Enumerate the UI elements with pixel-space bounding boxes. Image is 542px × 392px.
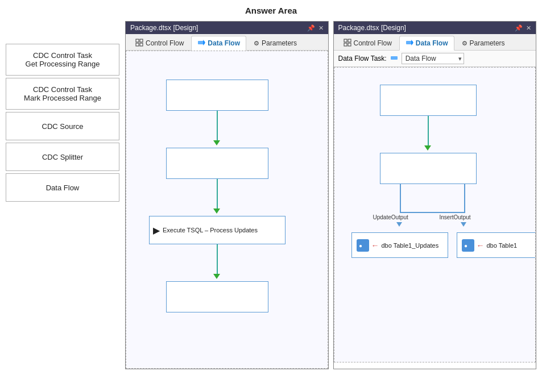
execute-tsql-box[interactable]: ▶ Execute TSQL – Process Updates (149, 216, 286, 244)
tab-parameters-right[interactable]: ⚙ Parameters (456, 36, 511, 49)
flow-box-2-right[interactable] (380, 153, 477, 184)
left-panel: CDC Control Task Get Processing Range CD… (6, 44, 119, 202)
oledb-icon-updates: ● (357, 239, 369, 252)
svg-rect-2 (136, 43, 139, 46)
svg-rect-3 (140, 43, 143, 46)
packages-area: Package.dtsx [Design] 📌 ✕ Control Flow (125, 21, 536, 369)
svg-text:●: ● (359, 243, 362, 249)
arrow-head-1-left (213, 140, 220, 145)
arrow-2-left (217, 179, 218, 210)
dataflow-task-select[interactable]: Data Flow (402, 53, 464, 64)
oledb-arrow-updates: ← (371, 241, 379, 250)
insert-dest-label: dbo Table1 (487, 242, 518, 249)
flow-box-1-left[interactable] (166, 80, 268, 111)
branch-h (400, 212, 465, 213)
arrow-head-2-left (213, 208, 220, 214)
svg-rect-0 (136, 39, 139, 42)
package-window-left: Package.dtsx [Design] 📌 ✕ Control Flow (125, 21, 329, 369)
oledb-arrow-insert: ← (477, 241, 485, 250)
dest-updates[interactable]: ● ← dbo Table1_Updates (351, 232, 448, 258)
control-flow-icon-right (344, 39, 351, 48)
flow-box-4-left[interactable] (166, 281, 268, 312)
svg-rect-8 (344, 43, 347, 46)
left-item-cdc-control-get[interactable]: CDC Control Task Get Processing Range (6, 44, 119, 76)
pin-icon-right[interactable]: 📌 (515, 24, 523, 32)
tab-bar-left: Control Flow Data Flow ⚙ Parameters (126, 34, 328, 51)
svg-marker-11 (411, 40, 413, 45)
branch-v-left (400, 184, 401, 212)
left-item-cdc-control-mark[interactable]: CDC Control Task Mark Processed Range (6, 78, 119, 110)
svg-rect-9 (348, 43, 351, 46)
left-item-cdc-splitter[interactable]: CDC Splitter (6, 143, 119, 171)
canvas-right: UpdateOutput InsertOutput ● ← dbo Table1… (334, 67, 536, 362)
svg-rect-7 (348, 39, 351, 42)
flow-box-2-left[interactable] (166, 148, 268, 179)
tab-control-flow-left[interactable]: Control Flow (129, 36, 190, 50)
branch-v-right (464, 184, 465, 212)
package-title-left: Package.dtsx [Design] (130, 24, 198, 32)
dataflow-task-select-wrapper[interactable]: Data Flow (402, 53, 464, 64)
dataflow-task-label: Data Flow Task: (338, 55, 387, 62)
update-output-label: UpdateOutput (373, 214, 408, 220)
dest-insert[interactable]: ● ← dbo Table1 (457, 232, 536, 258)
updates-dest-label: dbo Table1_Updates (382, 242, 439, 249)
tab-bar-right: Control Flow Data Flow ⚙ Parameters (334, 34, 536, 51)
close-icon-right[interactable]: ✕ (526, 24, 531, 32)
tab-data-flow-right[interactable]: Data Flow (399, 36, 454, 51)
page-title: Answer Area (6, 6, 536, 15)
svg-marker-5 (203, 40, 205, 45)
svg-rect-12 (391, 56, 398, 60)
data-flow-icon-right (406, 39, 413, 48)
tab-parameters-left[interactable]: ⚙ Parameters (247, 36, 303, 49)
svg-text:●: ● (464, 243, 467, 249)
main-layout: CDC Control Task Get Processing Range CD… (6, 21, 536, 369)
arrow-1-left (217, 111, 218, 142)
insert-output-label: InsertOutput (440, 214, 471, 220)
oledb-icon-insert: ● (462, 239, 474, 252)
package-window-right: Package.dtsx [Design] 📌 ✕ Control Flow (333, 21, 537, 369)
arrow-head-v1-right (424, 145, 431, 151)
data-flow-icon-left (197, 39, 205, 48)
control-flow-icon-left (135, 39, 143, 48)
parameters-icon-right: ⚙ (462, 40, 467, 47)
arrow-3-left (217, 244, 218, 276)
arrow-head-3-left (213, 274, 220, 279)
flow-box-1-right[interactable] (380, 85, 477, 116)
package-title-right: Package.dtsx [Design] (338, 24, 406, 32)
close-icon-left[interactable]: ✕ (318, 24, 324, 32)
parameters-icon-left: ⚙ (254, 40, 259, 47)
arrow-head-update (396, 222, 402, 227)
arrow-v1-right (428, 116, 429, 147)
svg-rect-6 (344, 39, 347, 42)
pin-icon-left[interactable]: 📌 (307, 24, 315, 32)
left-item-data-flow[interactable]: Data Flow (6, 173, 119, 202)
left-item-cdc-source[interactable]: CDC Source (6, 112, 119, 140)
tab-data-flow-left[interactable]: Data Flow (191, 36, 246, 51)
dataflow-icon-small (390, 54, 398, 64)
tab-control-flow-right[interactable]: Control Flow (337, 36, 398, 50)
titlebar-left: Package.dtsx [Design] 📌 ✕ (126, 22, 328, 34)
arrow-head-insert (461, 222, 466, 227)
svg-rect-1 (140, 39, 143, 42)
titlebar-right: Package.dtsx [Design] 📌 ✕ (334, 22, 536, 34)
execute-icon: ▶ (153, 225, 160, 236)
canvas-left: ▶ Execute TSQL – Process Updates (126, 51, 328, 369)
dataflow-task-bar: Data Flow Task: Data Flow (334, 51, 536, 67)
